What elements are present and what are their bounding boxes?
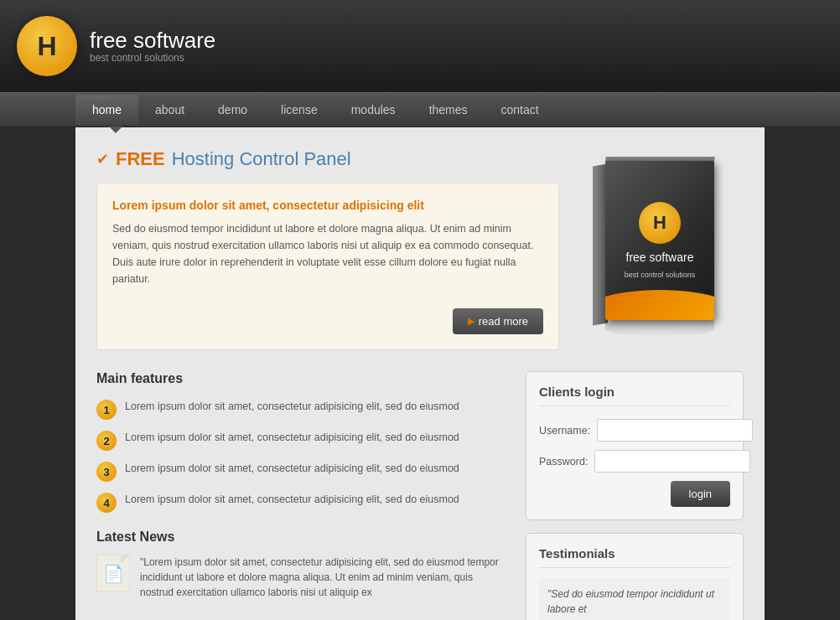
- box-logo-circle: H: [639, 202, 681, 244]
- nav-item-about[interactable]: about: [138, 95, 201, 125]
- feature-item-2: 2 Lorem ipsum dolor sit amet, consectetu…: [96, 430, 509, 451]
- left-column: Main features 1 Lorem ipsum dolor sit am…: [96, 371, 509, 620]
- nav-item-home[interactable]: home: [75, 95, 138, 125]
- login-title: Clients login: [539, 385, 730, 406]
- password-field-row: Password:: [539, 450, 730, 473]
- nav-item-demo[interactable]: demo: [201, 95, 264, 125]
- nav-item-license[interactable]: license: [264, 95, 334, 125]
- username-input[interactable]: [597, 419, 753, 442]
- two-col-layout: Main features 1 Lorem ipsum dolor sit am…: [96, 371, 744, 620]
- feature-text-4: Lorem ipsum dolor sit amet, consectetur …: [125, 492, 459, 508]
- product-box: H free software best control solutions: [576, 148, 744, 350]
- login-box: Clients login Username: Password: login: [526, 371, 744, 520]
- news-text-1: "Lorem ipsum dolor sit amet, consectetur…: [140, 555, 509, 600]
- features-title: Main features: [96, 371, 509, 386]
- feature-item-3: 3 Lorem ipsum dolor sit amet, consectetu…: [96, 461, 509, 482]
- box-software-tagline: best control solutions: [625, 271, 696, 279]
- feature-text-3: Lorem ipsum dolor sit amet, consectetur …: [125, 461, 459, 477]
- login-button[interactable]: login: [671, 481, 730, 507]
- password-input[interactable]: [594, 450, 750, 473]
- nav-bar: home about demo license modules themes c…: [0, 92, 840, 127]
- username-field-row: Username:: [539, 419, 730, 442]
- box-front-face: H free software best control solutions: [605, 161, 714, 320]
- feature-text-1: Lorem ipsum dolor sit amet, consectetur …: [125, 399, 459, 415]
- checkmark-icon: ✔: [96, 150, 109, 168]
- product-box-visual: H free software best control solutions: [593, 161, 727, 328]
- testimonials-box: Testimonials "Sed do eiusmod tempor inci…: [526, 533, 744, 620]
- hero-box-highlight: Lorem ipsum dolor sit amet, consectetur …: [112, 199, 543, 212]
- site-tagline: best control solutions: [90, 52, 215, 64]
- main-content: ✔ FREE Hosting Control Panel Lorem ipsum…: [75, 127, 765, 620]
- hero-box: Lorem ipsum dolor sit amet, consectetur …: [96, 183, 559, 350]
- hero-title: ✔ FREE Hosting Control Panel: [96, 148, 559, 170]
- feature-item-1: 1 Lorem ipsum dolor sit amet, consectetu…: [96, 399, 509, 420]
- hero-body-text: Sed do eiusmod tempor incididunt ut labo…: [112, 220, 543, 287]
- nav-item-themes[interactable]: themes: [412, 95, 485, 125]
- feature-num-4: 4: [96, 493, 117, 513]
- hero-left: ✔ FREE Hosting Control Panel Lorem ipsum…: [96, 148, 559, 350]
- box-logo-letter: H: [653, 212, 666, 234]
- feature-num-2: 2: [96, 431, 117, 451]
- read-more-label: read more: [479, 315, 528, 328]
- password-label: Password:: [539, 456, 588, 468]
- username-label: Username:: [539, 425, 590, 437]
- header: H free software best control solutions: [0, 0, 840, 92]
- testimonial-text-1: "Sed do eiusmod tempor incididunt ut lab…: [539, 578, 730, 620]
- feature-num-3: 3: [96, 462, 117, 482]
- arrow-icon: ▶: [468, 316, 474, 327]
- read-more-button[interactable]: ▶ read more: [453, 308, 543, 334]
- nav-item-contact[interactable]: contact: [485, 95, 556, 125]
- logo-icon: H: [17, 16, 77, 76]
- testimonials-title: Testimonials: [539, 546, 730, 568]
- box-reflection: [605, 320, 714, 337]
- hero-title-text: Hosting Control Panel: [172, 148, 351, 170]
- feature-num-1: 1: [96, 400, 117, 420]
- hero-free-label: FREE: [116, 148, 165, 170]
- right-column: Clients login Username: Password: login …: [526, 371, 744, 620]
- logo-text: free software best control solutions: [90, 28, 215, 65]
- hero-section: ✔ FREE Hosting Control Panel Lorem ipsum…: [96, 148, 744, 350]
- nav-indicator: [109, 127, 122, 133]
- feature-item-4: 4 Lorem ipsum dolor sit amet, consectetu…: [96, 492, 509, 513]
- news-title: Latest News: [96, 530, 509, 545]
- box-software-name: free software: [626, 251, 694, 264]
- site-name: free software: [90, 28, 215, 53]
- feature-text-2: Lorem ipsum dolor sit amet, consectetur …: [125, 430, 459, 446]
- news-item-1: 📄 "Lorem ipsum dolor sit amet, consectet…: [96, 555, 509, 600]
- news-document-icon: 📄: [96, 555, 130, 592]
- nav-item-modules[interactable]: modules: [334, 95, 412, 125]
